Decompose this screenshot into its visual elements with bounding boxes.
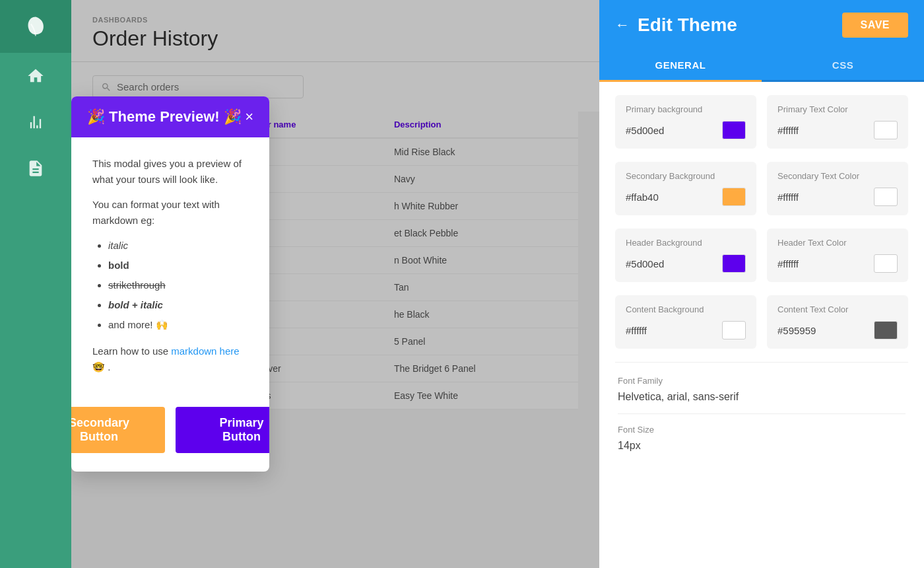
content-bg-field: Content Background #ffffff [615,295,756,349]
modal-overlay: 🎉 Theme Preview! 🎉 × This modal gives yo… [71,0,599,568]
header-bg-field: Header Background #5d00ed [615,229,756,282]
sidebar-item-home[interactable] [0,53,71,99]
list-item-bold: bold [108,258,248,273]
primary-bg-value: #5d00ed [626,125,664,136]
modal-body-text1: This modal gives you a preview of what y… [92,156,248,188]
markdown-link[interactable]: markdown here 🤓 [92,345,240,373]
header-text-swatch[interactable] [874,254,898,273]
font-family-value: Helvetica, arial, sans-serif [618,391,906,414]
list-item-bold-italic: bold + italic [108,297,248,313]
font-size-label: Font Size [618,425,906,435]
tab-general[interactable]: GENERAL [599,50,762,80]
secondary-bg-value: #ffab40 [626,192,659,203]
modal-list: italic bold strikethrough bold + italic … [108,238,248,333]
primary-bg-value-row: #5d00ed [626,121,746,139]
secondary-text-field: Secondary Text Color #ffffff [767,162,908,215]
modal-close-button[interactable]: × [245,110,253,124]
secondary-text-value-row: #ffffff [777,188,898,206]
font-family-label: Font Family [618,376,906,386]
font-family-section: Font Family Helvetica, arial, sans-serif [615,376,908,414]
right-panel-title-row: ← Edit Theme [615,15,737,36]
secondary-text-swatch[interactable] [874,188,898,206]
modal-body-text2: You can format your text with markdown e… [92,197,248,229]
modal-title: 🎉 Theme Preview! 🎉 [87,108,242,125]
theme-row-content: Content Background #ffffff Content Text … [615,295,908,349]
primary-bg-swatch[interactable] [722,121,746,139]
theme-preview-modal: 🎉 Theme Preview! 🎉 × This modal gives yo… [71,96,269,472]
panel-tabs: GENERAL CSS [599,50,924,82]
secondary-bg-value-row: #ffab40 [626,188,746,206]
right-panel: ← Edit Theme SAVE GENERAL CSS Primary ba… [599,0,924,568]
primary-text-value: #ffffff [777,125,799,136]
primary-bg-field: Primary background #5d00ed [615,95,756,149]
header-text-value: #ffffff [777,258,799,269]
header-text-field: Header Text Color #ffffff [767,229,908,282]
theme-row-primary: Primary background #5d00ed Primary Text … [615,95,908,149]
theme-divider [615,362,908,363]
secondary-text-label: Secondary Text Color [777,171,898,181]
modal-header: 🎉 Theme Preview! 🎉 × [71,96,269,137]
header-text-label: Header Text Color [777,238,898,248]
primary-text-label: Primary Text Color [777,104,898,114]
sidebar-item-documents[interactable] [0,145,71,192]
sidebar-item-analytics[interactable] [0,99,71,145]
learn-text: Learn how to use markdown here 🤓 . [92,343,248,375]
sidebar [0,0,71,568]
content-bg-value: #ffffff [626,325,647,336]
tab-css[interactable]: CSS [762,50,924,80]
header-bg-value-row: #5d00ed [626,254,746,273]
right-panel-title: Edit Theme [638,15,737,36]
content-bg-label: Content Background [626,304,746,314]
right-panel-header: ← Edit Theme SAVE [599,0,924,50]
save-button[interactable]: SAVE [842,13,908,38]
main-content: DASHBOARDS Order History Order Customer … [71,0,599,568]
primary-text-swatch[interactable] [874,121,898,139]
list-item-strikethrough: strikethrough [108,277,248,293]
header-bg-swatch[interactable] [722,254,746,273]
content-bg-value-row: #ffffff [626,321,746,339]
header-bg-value: #5d00ed [626,258,664,269]
primary-button[interactable]: Primary Button [176,407,269,453]
theme-row-header: Header Background #5d00ed Header Text Co… [615,229,908,282]
font-size-value: 14px [618,440,906,452]
secondary-button[interactable]: Secondary Button [71,407,165,453]
secondary-bg-field: Secondary Background #ffab40 [615,162,756,215]
content-bg-swatch[interactable] [722,321,746,339]
analytics-icon [26,113,45,131]
list-item-italic: italic [108,238,248,254]
sidebar-logo[interactable] [0,0,71,53]
modal-footer: Secondary Button Primary Button [71,407,269,472]
content-text-swatch[interactable] [874,321,898,339]
list-item-more: and more! 🙌 [108,317,248,333]
primary-text-value-row: #ffffff [777,121,898,139]
home-icon [26,67,45,85]
theme-row-secondary: Secondary Background #ffab40 Secondary T… [615,162,908,215]
content-text-value-row: #595959 [777,321,898,339]
primary-text-field: Primary Text Color #ffffff [767,95,908,149]
secondary-bg-label: Secondary Background [626,171,746,181]
primary-bg-label: Primary background [626,104,746,114]
content-text-value: #595959 [777,325,816,336]
modal-body: This modal gives you a preview of what y… [71,137,269,407]
secondary-bg-swatch[interactable] [722,188,746,206]
leaf-icon [24,15,48,38]
theme-fields: Primary background #5d00ed Primary Text … [599,82,924,568]
header-text-value-row: #ffffff [777,254,898,273]
back-arrow-button[interactable]: ← [615,17,630,34]
header-bg-label: Header Background [626,238,746,248]
content-text-field: Content Text Color #595959 [767,295,908,349]
documents-icon [26,159,45,178]
secondary-text-value: #ffffff [777,192,799,203]
font-size-section: Font Size 14px [615,425,908,452]
content-text-label: Content Text Color [777,304,898,314]
